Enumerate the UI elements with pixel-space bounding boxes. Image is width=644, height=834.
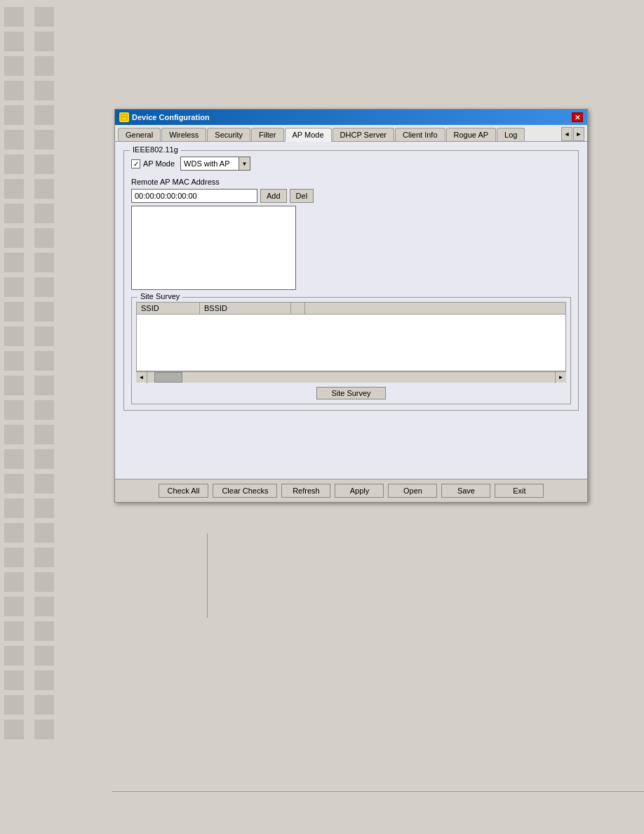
tab-next-button[interactable]: ► (573, 127, 584, 141)
survey-scrollbar: ◄ ► (136, 371, 566, 383)
ap-mode-dropdown-value: WDS with AP (181, 159, 239, 168)
close-button[interactable]: ✕ (572, 112, 583, 122)
svg-rect-1 (122, 117, 126, 117)
survey-header-row: SSID BSSID (137, 303, 565, 315)
tab-client-info[interactable]: Client Info (395, 128, 445, 141)
title-bar-left: Device Configuration (119, 112, 210, 122)
survey-col-extra-header (291, 303, 305, 314)
title-bar: Device Configuration ✕ (115, 110, 587, 125)
bottom-rule (112, 791, 644, 792)
survey-data-area (137, 315, 565, 371)
background-decoration (0, 0, 112, 834)
device-configuration-window: Device Configuration ✕ General Wireless … (114, 109, 588, 503)
add-mac-button[interactable]: Add (260, 189, 287, 203)
check-all-button[interactable]: Check All (159, 484, 209, 498)
tab-wireless[interactable]: Wireless (161, 128, 206, 141)
tab-log[interactable]: Log (497, 128, 525, 141)
tab-rogue-ap[interactable]: Rogue AP (446, 128, 497, 141)
survey-col-bssid-header: BSSID (200, 303, 291, 314)
ap-mode-row: AP Mode WDS with AP ▼ (131, 157, 571, 171)
mac-section-label: Remote AP MAC Address (131, 178, 571, 186)
site-survey-button[interactable]: Site Survey (316, 387, 385, 399)
tab-dhcp-server[interactable]: DHCP Server (333, 128, 394, 141)
tab-prev-button[interactable]: ◄ (561, 127, 572, 141)
site-survey-group: Site Survey SSID BSSID ◄ (131, 297, 571, 404)
exit-button[interactable]: Exit (495, 484, 544, 498)
tab-general[interactable]: General (118, 128, 161, 141)
ap-mode-checkbox[interactable] (131, 159, 140, 168)
tab-navigation: ◄ ► (561, 127, 584, 141)
scroll-thumb[interactable] (154, 372, 182, 383)
scroll-left-button[interactable]: ◄ (136, 372, 147, 383)
window-title: Device Configuration (132, 113, 210, 121)
save-button[interactable]: Save (441, 484, 490, 498)
content-area: IEEE802.11g AP Mode WDS with AP ▼ Remote… (115, 142, 587, 479)
clear-checks-button[interactable]: Clear Checks (213, 484, 277, 498)
ap-mode-dropdown-arrow[interactable]: ▼ (239, 157, 250, 170)
del-mac-button[interactable]: Del (290, 189, 314, 203)
mac-address-input[interactable] (131, 189, 257, 203)
tab-filter[interactable]: Filter (251, 128, 283, 141)
open-button[interactable]: Open (388, 484, 437, 498)
tab-bar: General Wireless Security Filter AP Mode… (115, 125, 587, 142)
survey-col-ssid-header: SSID (137, 303, 200, 314)
ap-mode-checkbox-label: AP Mode (131, 159, 175, 168)
scroll-right-button[interactable]: ► (555, 372, 566, 383)
vertical-divider (207, 534, 208, 618)
apply-button[interactable]: Apply (335, 484, 384, 498)
ap-mode-label: AP Mode (143, 159, 175, 168)
ieee802-group-title: IEEE802.11g (130, 145, 181, 154)
site-survey-title: Site Survey (137, 292, 182, 300)
mac-list-box[interactable] (131, 206, 296, 290)
site-survey-btn-row: Site Survey (136, 387, 566, 399)
refresh-button[interactable]: Refresh (281, 484, 330, 498)
mac-input-row: Add Del (131, 189, 571, 203)
tab-security[interactable]: Security (207, 128, 250, 141)
window-icon (119, 112, 129, 122)
ap-mode-dropdown[interactable]: WDS with AP ▼ (180, 157, 250, 171)
scroll-track[interactable] (147, 372, 555, 383)
tab-ap-mode[interactable]: AP Mode (285, 128, 332, 142)
bottom-button-bar: Check All Clear Checks Refresh Apply Ope… (115, 479, 587, 502)
ieee802-group: IEEE802.11g AP Mode WDS with AP ▼ Remote… (123, 150, 579, 411)
